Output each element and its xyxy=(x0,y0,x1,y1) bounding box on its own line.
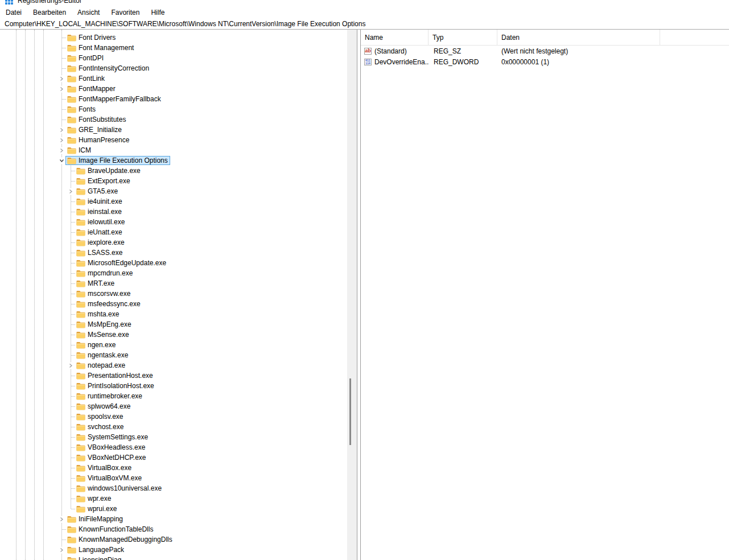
tree-item-iexplore-exe[interactable]: iexplore.exe xyxy=(0,237,347,248)
chevron-right-icon[interactable] xyxy=(58,127,65,133)
chevron-right-icon[interactable] xyxy=(58,547,65,553)
tree-item-fontmapperfamilyfallback[interactable]: FontMapperFamilyFallback xyxy=(0,94,347,104)
tree-item-content[interactable]: VBoxNetDHCP.exe xyxy=(75,453,149,462)
menu-bearbeiten[interactable]: Bearbeiten xyxy=(27,7,72,18)
tree-item-notepad-exe[interactable]: notepad.exe xyxy=(0,360,347,370)
tree-item-knownfunctiontabledlls[interactable]: KnownFunctionTableDlls xyxy=(0,524,347,534)
tree-item-languagepack[interactable]: LanguagePack xyxy=(0,545,347,555)
tree-item-microsoftedgeupdate-exe[interactable]: MicrosoftEdgeUpdate.exe xyxy=(0,258,347,268)
tree-item-content[interactable]: FontSubstitutes xyxy=(65,115,128,124)
tree-item-content[interactable]: wprui.exe xyxy=(75,504,119,513)
tree-item-fontsubstitutes[interactable]: FontSubstitutes xyxy=(0,114,347,125)
tree-item-runtimebroker-exe[interactable]: runtimebroker.exe xyxy=(0,391,347,401)
tree-item-content[interactable]: VirtualBox.exe xyxy=(75,463,134,472)
chevron-right-icon[interactable] xyxy=(58,137,65,143)
tree-item-fontlink[interactable]: FontLink xyxy=(0,73,347,84)
scrollbar-thumb[interactable] xyxy=(349,378,351,445)
tree-item-content[interactable]: mshta.exe xyxy=(75,310,121,319)
tree-item-systemsettings-exe[interactable]: SystemSettings.exe xyxy=(0,432,347,442)
tree-item-content[interactable]: FontMapperFamilyFallback xyxy=(65,94,163,104)
tree-item-content[interactable]: mscorsvw.exe xyxy=(75,289,133,298)
tree-item-content[interactable]: PresentationHost.exe xyxy=(75,371,155,380)
tree-item-content[interactable]: wpr.exe xyxy=(75,494,113,503)
tree-item-licensingdiag[interactable]: LicensingDiag xyxy=(0,555,347,560)
tree-item-fontintensitycorrection[interactable]: FontIntensityCorrection xyxy=(0,63,347,73)
chevron-right-icon[interactable] xyxy=(58,516,65,522)
tree-item-font-drivers[interactable]: Font Drivers xyxy=(0,32,347,43)
tree-item-ieinstal-exe[interactable]: ieinstal.exe xyxy=(0,207,347,217)
chevron-right-icon[interactable] xyxy=(58,147,65,154)
tree-item-icm[interactable]: ICM xyxy=(0,145,347,155)
tree-item-content[interactable]: ieUnatt.exe xyxy=(75,228,125,237)
chevron-right-icon[interactable] xyxy=(67,188,74,195)
tree-item-content[interactable]: ie4uinit.exe xyxy=(75,197,125,206)
tree-item-content[interactable]: MsMpEng.exe xyxy=(75,320,134,329)
menu-hilfe[interactable]: Hilfe xyxy=(145,7,170,18)
value-row-devoverrideena[interactable]: 011110DevOverrideEna...REG_DWORD0x000000… xyxy=(361,56,729,67)
tree-item-content[interactable]: KnownManagedDebuggingDlls xyxy=(65,535,175,544)
tree-item-content[interactable]: runtimebroker.exe xyxy=(75,392,145,401)
tree-item-content[interactable]: FontLink xyxy=(65,74,107,83)
tree-item-content[interactable]: ieinstal.exe xyxy=(75,207,124,216)
tree-item-content[interactable]: msfeedssync.exe xyxy=(75,299,143,308)
tree-item-content[interactable]: windows10universal.exe xyxy=(75,484,164,493)
tree-item-splwow64-exe[interactable]: splwow64.exe xyxy=(0,401,347,411)
tree-item-virtualbox-exe[interactable]: VirtualBox.exe xyxy=(0,463,347,473)
tree-item-fontmapper[interactable]: FontMapper xyxy=(0,84,347,94)
tree-item-content[interactable]: IniFileMapping xyxy=(65,514,125,524)
chevron-right-icon[interactable] xyxy=(58,86,65,92)
address-bar[interactable]: Computer\HKEY_LOCAL_MACHINE\SOFTWARE\Mic… xyxy=(0,19,729,30)
tree-item-wprui-exe[interactable]: wprui.exe xyxy=(0,504,347,514)
column-header-type[interactable]: Typ xyxy=(429,30,497,45)
tree-item-mpcmdrun-exe[interactable]: mpcmdrun.exe xyxy=(0,268,347,278)
tree-item-inifilemapping[interactable]: IniFileMapping xyxy=(0,514,347,524)
tree-item-content[interactable]: VBoxHeadless.exe xyxy=(75,443,147,452)
tree-item-lsass-exe[interactable]: LSASS.exe xyxy=(0,248,347,258)
tree-item-content[interactable]: MsSense.exe xyxy=(75,330,131,339)
tree-item-msfeedssync-exe[interactable]: msfeedssync.exe xyxy=(0,299,347,309)
chevron-right-icon[interactable] xyxy=(67,363,74,369)
tree-item-vboxheadless-exe[interactable]: VBoxHeadless.exe xyxy=(0,442,347,452)
tree-item-content[interactable]: LSASS.exe xyxy=(75,248,125,257)
tree-item-font-management[interactable]: Font Management xyxy=(0,43,347,53)
tree-item-content[interactable]: BraveUpdate.exe xyxy=(75,166,143,175)
tree-item-vboxnetdhcp-exe[interactable]: VBoxNetDHCP.exe xyxy=(0,452,347,463)
tree-item-content[interactable]: LicensingDiag xyxy=(65,555,123,560)
tree-item-content[interactable]: FontIntensityCorrection xyxy=(65,64,151,73)
vertical-scrollbar[interactable] xyxy=(347,30,357,560)
tree-item-braveupdate-exe[interactable]: BraveUpdate.exe xyxy=(0,166,347,176)
tree-item-content[interactable]: KnownFunctionTableDlls xyxy=(65,525,155,534)
value-row-standard[interactable]: ab(Standard)REG_SZ(Wert nicht festgelegt… xyxy=(361,46,729,56)
tree-item-content[interactable]: HumanPresence xyxy=(65,135,131,145)
tree-item-wpr-exe[interactable]: wpr.exe xyxy=(0,493,347,504)
tree-item-content[interactable]: FontMapper xyxy=(65,84,118,93)
tree-item-gre-initialize[interactable]: GRE_Initialize xyxy=(0,125,347,135)
chevron-right-icon[interactable] xyxy=(58,76,65,82)
tree-item-content[interactable]: SystemSettings.exe xyxy=(75,433,150,442)
menu-favoriten[interactable]: Favoriten xyxy=(105,7,145,18)
tree-item-content[interactable]: Font Drivers xyxy=(65,33,118,42)
tree-item-image-file-execution-options[interactable]: Image File Execution Options xyxy=(0,155,347,166)
tree-item-content[interactable]: MRT.exe xyxy=(75,279,117,288)
chevron-down-icon[interactable] xyxy=(58,158,65,164)
tree-item-content[interactable]: GTA5.exe xyxy=(75,187,120,196)
menu-datei[interactable]: Datei xyxy=(0,7,27,18)
value-name-cell[interactable]: 011110DevOverrideEna... xyxy=(361,58,429,66)
tree-item-spoolsv-exe[interactable]: spoolsv.exe xyxy=(0,411,347,422)
tree-item-ngentask-exe[interactable]: ngentask.exe xyxy=(0,350,347,360)
tree-item-content[interactable]: Fonts xyxy=(65,105,98,114)
tree-item-mshta-exe[interactable]: mshta.exe xyxy=(0,309,347,319)
pane-splitter[interactable] xyxy=(357,30,361,560)
tree-item-content[interactable]: PrintIsolationHost.exe xyxy=(75,381,156,390)
tree-item-windows10universal-exe[interactable]: windows10universal.exe xyxy=(0,483,347,493)
tree-item-virtualboxvm-exe[interactable]: VirtualBoxVM.exe xyxy=(0,473,347,483)
tree-item-content[interactable]: Font Management xyxy=(65,43,136,52)
tree-item-content[interactable]: ICM xyxy=(65,146,93,155)
tree-item-content[interactable]: ielowutil.exe xyxy=(75,217,127,227)
tree-item-content[interactable]: GRE_Initialize xyxy=(65,125,124,134)
menu-ansicht[interactable]: Ansicht xyxy=(72,7,105,18)
tree-item-svchost-exe[interactable]: svchost.exe xyxy=(0,422,347,432)
tree-item-content[interactable]: ngen.exe xyxy=(75,340,118,349)
column-header-data[interactable]: Daten xyxy=(497,30,660,45)
tree-item-fonts[interactable]: Fonts xyxy=(0,104,347,114)
